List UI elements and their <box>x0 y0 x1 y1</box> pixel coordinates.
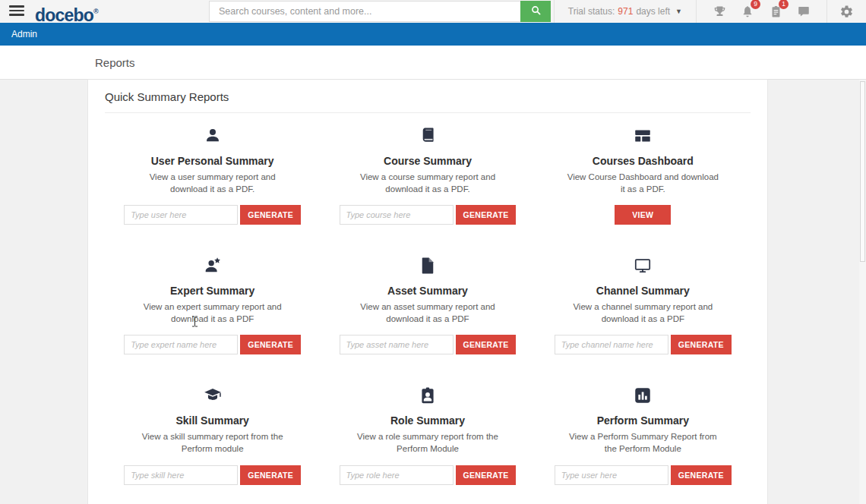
topbar-right: Trial status: 971 days left ▼ 9 1 <box>554 0 866 23</box>
report-card: Asset Summary View an asset summary repo… <box>320 243 535 373</box>
card-action-button[interactable]: GENERATE <box>671 465 732 485</box>
scrollbar-thumb[interactable] <box>860 81 865 262</box>
report-card: Perform Summary View a Perform Summary R… <box>536 373 751 502</box>
global-search <box>209 1 551 22</box>
card-controls: GENERATE <box>340 465 517 485</box>
card-title: Channel Summary <box>596 285 690 297</box>
report-card: Courses Dashboard View Course Dashboard … <box>536 113 751 243</box>
main-content: Quick Summary Reports User Personal Summ… <box>0 80 866 504</box>
trial-label: Trial status: <box>568 6 615 17</box>
notifications-bell-icon[interactable]: 9 <box>740 4 755 19</box>
card-action-button[interactable]: GENERATE <box>240 335 301 354</box>
card-title: User Personal Summary <box>151 155 274 167</box>
chevron-down-icon: ▼ <box>675 8 682 15</box>
search-button[interactable] <box>520 1 551 22</box>
card-controls: GENERATE <box>124 205 301 225</box>
card-input[interactable] <box>124 205 238 225</box>
channel-icon <box>633 255 653 276</box>
card-action-button[interactable]: GENERATE <box>456 465 517 485</box>
report-card: Course Summary View a course summary rep… <box>320 113 535 243</box>
section-title: Quick Summary Reports <box>105 90 751 113</box>
card-action-button[interactable]: GENERATE <box>240 465 301 485</box>
card-description: View a user summary report and download … <box>134 171 292 195</box>
card-controls: VIEW <box>615 205 671 225</box>
card-action-button[interactable]: GENERATE <box>456 205 517 225</box>
trial-suffix: days left <box>636 6 670 17</box>
trial-days-left: 971 <box>618 6 633 17</box>
settings-gear-icon[interactable] <box>827 5 866 19</box>
top-bar: docebo® Trial status: 971 days left ▼ 9 <box>0 0 866 23</box>
page-header: Reports <box>0 46 866 80</box>
card-input[interactable] <box>124 465 238 485</box>
tasks-clipboard-icon[interactable]: 1 <box>768 4 783 19</box>
quick-summary-reports-panel: Quick Summary Reports User Personal Summ… <box>87 80 768 504</box>
notifications-badge: 9 <box>751 0 760 9</box>
card-input[interactable] <box>555 465 668 485</box>
trial-status-dropdown[interactable]: Trial status: 971 days left ▼ <box>554 0 697 23</box>
search-input[interactable] <box>209 1 520 22</box>
cards-grid: User Personal Summary View a user summar… <box>105 113 751 504</box>
card-description: View a channel summary report and downlo… <box>564 301 722 325</box>
card-title: Expert Summary <box>170 285 254 297</box>
report-card: Expert Summary View an expert summary re… <box>105 243 320 373</box>
skill-icon <box>203 385 223 406</box>
topbar-icons: 9 1 <box>697 4 826 19</box>
page-title: Reports <box>95 56 135 69</box>
card-input[interactable] <box>340 335 454 354</box>
messages-chat-icon[interactable] <box>796 4 811 19</box>
card-description: View a skill summary report from the Per… <box>134 430 292 455</box>
card-action-button[interactable]: GENERATE <box>456 335 517 354</box>
card-controls: GENERATE <box>124 335 301 354</box>
report-card: Channel Summary View a channel summary r… <box>536 243 751 373</box>
tasks-badge: 1 <box>779 0 789 9</box>
card-input[interactable] <box>340 465 454 485</box>
report-card: Role Summary View a role summary report … <box>320 373 535 502</box>
gamification-trophy-icon[interactable] <box>712 4 727 19</box>
card-controls: GENERATE <box>124 465 301 485</box>
role-icon <box>418 385 438 406</box>
hamburger-menu-icon[interactable] <box>9 5 24 17</box>
book-icon <box>418 125 438 146</box>
search-icon <box>530 5 542 18</box>
registered-mark: ® <box>93 8 99 15</box>
admin-bar[interactable]: Admin <box>0 23 866 46</box>
card-title: Asset Summary <box>387 285 468 297</box>
card-controls: GENERATE <box>340 335 517 354</box>
card-title: Role Summary <box>390 414 465 427</box>
expert-icon <box>203 255 223 276</box>
card-input[interactable] <box>124 335 238 354</box>
perform-icon <box>633 385 653 406</box>
card-description: View a course summary report and downloa… <box>349 171 507 195</box>
card-action-button[interactable]: GENERATE <box>240 205 301 225</box>
admin-bar-label: Admin <box>11 29 37 39</box>
report-card: User Personal Summary View a user summar… <box>105 113 320 243</box>
card-input[interactable] <box>555 335 668 354</box>
card-title: Skill Summary <box>175 414 249 427</box>
card-action-button[interactable]: GENERATE <box>671 335 732 354</box>
card-description: View a role summary report from the Perf… <box>349 430 507 455</box>
asset-icon <box>418 255 438 276</box>
card-controls: GENERATE <box>340 205 517 225</box>
card-description: View an asset summary report and downloa… <box>349 301 507 325</box>
card-title: Courses Dashboard <box>593 155 694 167</box>
card-description: View a Perform Summary Report from the P… <box>564 430 722 455</box>
user-icon <box>203 125 223 146</box>
card-title: Perform Summary <box>597 414 689 427</box>
card-controls: GENERATE <box>555 465 732 485</box>
card-input[interactable] <box>340 205 454 225</box>
docebo-logo[interactable]: docebo® <box>35 0 99 23</box>
dashboard-icon <box>633 125 653 146</box>
report-card: Skill Summary View a skill summary repor… <box>105 373 320 502</box>
card-title: Course Summary <box>384 155 472 167</box>
card-controls: GENERATE <box>555 335 732 354</box>
card-description: View an expert summary report and downlo… <box>134 301 292 325</box>
card-action-button[interactable]: VIEW <box>615 205 671 225</box>
card-description: View Course Dashboard and download it as… <box>564 171 722 195</box>
